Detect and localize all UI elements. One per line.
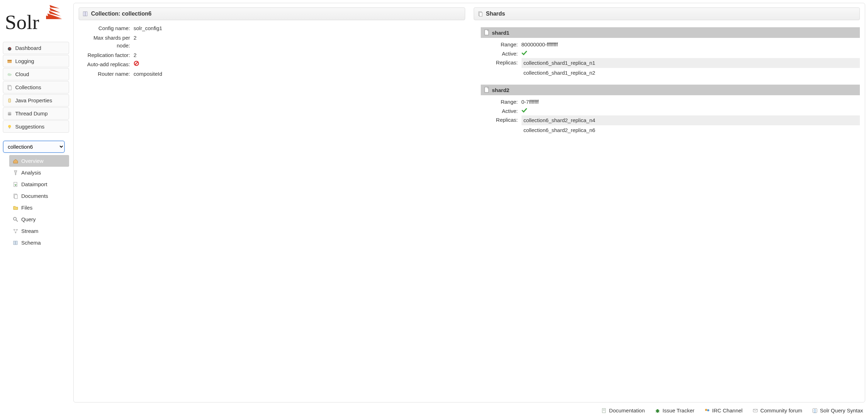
nav-dashboard[interactable]: Dashboard (3, 42, 69, 54)
svg-point-6 (8, 73, 10, 75)
subnav-label: Stream (21, 228, 38, 234)
svg-rect-24 (16, 241, 17, 245)
subnav-stream[interactable]: Stream (9, 225, 69, 237)
nav-suggestions[interactable]: Suggestions (3, 120, 69, 133)
replica-item[interactable]: collection6_shard2_replica_n4 (522, 115, 860, 125)
svg-text:Solr: Solr (5, 11, 39, 33)
subnav-query[interactable]: Query (9, 213, 69, 225)
svg-point-36 (656, 409, 659, 413)
dashboard-icon (7, 45, 12, 51)
documents-icon (13, 193, 18, 199)
svg-rect-23 (13, 241, 15, 245)
replica-list: collection6_shard1_replica_n1collection6… (522, 58, 860, 78)
book-icon (83, 11, 88, 17)
overview-icon (13, 158, 18, 164)
subnav-label: Files (21, 205, 33, 211)
primary-nav: Dashboard Logging Cloud Collections Java… (3, 42, 69, 133)
footer-issue-tracker[interactable]: Issue Tracker (655, 407, 694, 413)
bug-icon (655, 408, 660, 413)
footer-label: Issue Tracker (663, 407, 694, 413)
prop-label: Max shards per node: (79, 34, 134, 50)
shard-prop-label: Range: (481, 97, 522, 107)
footer-label: Community forum (760, 407, 802, 413)
sidebar: Solr Dashboard Logging Cloud Collections… (0, 0, 69, 417)
solr-logo: Solr (4, 4, 69, 35)
prop-value: solr_config1 (134, 24, 465, 33)
doc-icon (601, 408, 607, 413)
shard-prop-label: Range: (481, 40, 522, 49)
nav-collections[interactable]: Collections (3, 81, 69, 93)
shard-prop-label: Active: (481, 49, 522, 58)
subnav-schema[interactable]: Schema (9, 237, 69, 249)
shard-header[interactable]: shard1 (481, 27, 860, 38)
footer-label: Documentation (609, 407, 645, 413)
analysis-icon (13, 170, 18, 176)
svg-rect-15 (14, 182, 17, 187)
prop-router-name: Router name:compositeId (79, 69, 465, 79)
svg-line-28 (135, 62, 138, 65)
replica-item[interactable]: collection6_shard1_replica_n1 (522, 58, 860, 68)
nav-cloud[interactable]: Cloud (3, 68, 69, 80)
subnav-overview[interactable]: Overview (9, 155, 69, 167)
shard-name: shard2 (492, 87, 509, 93)
shard-header[interactable]: shard2 (481, 85, 860, 95)
shard-active: Active: (481, 49, 860, 58)
subnav-dataimport[interactable]: Dataimport (9, 178, 69, 190)
shard-replicas: Replicas:collection6_shard1_replica_n1co… (481, 58, 860, 78)
nav-java-properties[interactable]: Java Properties (3, 94, 69, 107)
subnav-files[interactable]: Files (9, 202, 69, 213)
prop-value: 2 (134, 34, 465, 50)
svg-rect-8 (9, 86, 11, 90)
shard-prop-value: collection6_shard2_replica_n4collection6… (522, 115, 860, 135)
subnav-documents[interactable]: Documents (9, 190, 69, 202)
prop-value (134, 61, 465, 69)
shard-replicas: Replicas:collection6_shard2_replica_n4co… (481, 115, 860, 135)
footer-irc-channel[interactable]: IRC Channel (704, 407, 743, 413)
prop-label: Config name: (79, 24, 134, 33)
svg-rect-26 (85, 12, 87, 16)
prop-value: compositeId (134, 70, 465, 78)
svg-point-12 (8, 114, 11, 115)
svg-line-19 (16, 220, 18, 222)
core-selector: collection6 (3, 141, 69, 153)
shards-panel-title: Shards (486, 11, 505, 17)
svg-rect-9 (9, 99, 11, 102)
svg-point-13 (8, 125, 11, 128)
prop-auto-add-replicas: Auto-add replicas: (79, 60, 465, 69)
document-icon (484, 87, 489, 93)
svg-line-40 (659, 412, 660, 412)
collection-properties: Config name:solr_config1 Max shards per … (79, 24, 465, 79)
java-properties-icon (7, 98, 12, 103)
prop-label: Router name: (79, 70, 134, 78)
replica-item[interactable]: collection6_shard2_replica_n6 (522, 125, 860, 135)
schema-icon (13, 240, 18, 246)
svg-rect-4 (7, 60, 12, 61)
core-select[interactable]: collection6 (3, 141, 65, 153)
footer-documentation[interactable]: Documentation (601, 407, 645, 413)
shard-prop-label: Active: (481, 107, 522, 116)
subnav-analysis[interactable]: Analysis (9, 167, 69, 178)
forum-icon (753, 408, 758, 413)
query-icon (13, 217, 18, 222)
replica-item[interactable]: collection6_shard1_replica_n2 (522, 68, 860, 78)
documents-icon (478, 11, 483, 17)
shard-body: Range:0-7fffffffActive:Replicas:collecti… (481, 95, 860, 135)
svg-line-39 (655, 412, 656, 412)
nav-label: Logging (15, 58, 34, 64)
prop-replication-factor: Replication factor:2 (79, 51, 465, 60)
footer-community-forum[interactable]: Community forum (753, 407, 802, 413)
shard-name: shard1 (492, 30, 509, 36)
nav-thread-dump[interactable]: Thread Dump (3, 107, 69, 120)
shard-prop-value: 0-7fffffff (522, 97, 860, 107)
svg-point-42 (707, 409, 709, 411)
stream-icon (13, 228, 18, 234)
nav-label: Java Properties (15, 97, 52, 103)
shard-block: shard1Range:80000000-ffffffffActive:Repl… (481, 27, 860, 78)
footer-solr-query-syntax[interactable]: {}Solr Query Syntax (812, 407, 863, 413)
main: Collection: collection6 Config name:solr… (69, 0, 868, 417)
collection-panel: Collection: collection6 Config name:solr… (79, 7, 465, 398)
shard-range: Range:80000000-ffffffff (481, 40, 860, 49)
nav-logging[interactable]: Logging (3, 55, 69, 67)
nav-label: Cloud (15, 71, 29, 77)
core-subnav: Overview Analysis Dataimport Documents F… (9, 155, 69, 249)
